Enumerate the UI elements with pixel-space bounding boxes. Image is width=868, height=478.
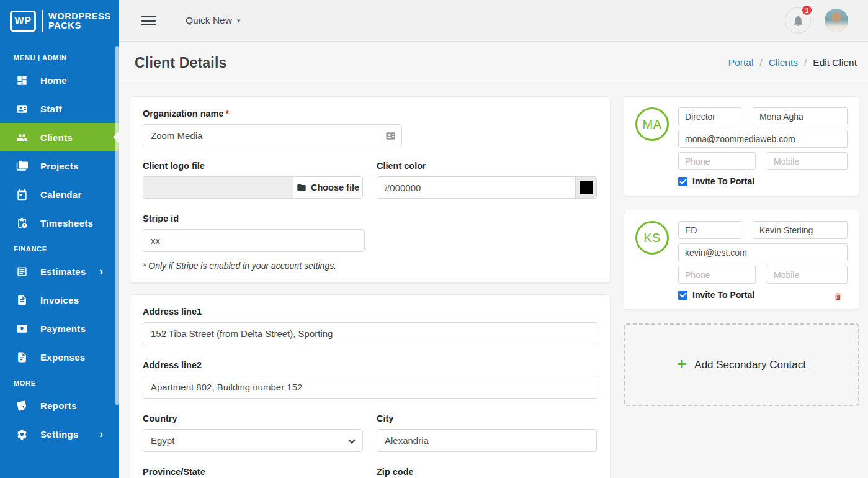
chevron-right-icon: › [99, 266, 103, 277]
breadcrumb: Portal / Clients / Edit Client [728, 57, 857, 68]
sidebar-item-label: Invoices [40, 295, 79, 305]
sidebar-item-label: Estimates [40, 266, 86, 277]
sidebar-item-reports[interactable]: Reports [0, 391, 119, 420]
invite-to-portal-checkbox[interactable] [678, 177, 687, 186]
add-secondary-contact-label: Add Secondary Contact [694, 359, 806, 371]
sidebar-item-label: Timesheets [40, 218, 93, 228]
menu-section-finance: FINANCE [0, 237, 119, 257]
calendar-icon [16, 189, 28, 201]
home-icon [16, 74, 28, 86]
menu-section-more: MORE [0, 371, 119, 391]
settings-gear-icon [16, 428, 28, 440]
color-swatch [580, 181, 593, 194]
contact-email-input[interactable] [678, 243, 848, 261]
breadcrumb-portal-link[interactable]: Portal [728, 57, 754, 68]
active-item-arrow [113, 131, 119, 143]
address-card: Address line1 Address line2 Country Egyp… [130, 294, 611, 478]
sidebar-item-timesheets[interactable]: Timesheets [0, 209, 119, 237]
country-selected-value: Egypt [151, 435, 174, 446]
sidebar-item-calendar[interactable]: Calendar [0, 180, 119, 209]
breadcrumb-clients-link[interactable]: Clients [769, 57, 798, 68]
choose-file-button[interactable]: Choose file [293, 177, 362, 198]
sidebar-item-label: Home [40, 75, 67, 86]
breadcrumb-separator: / [759, 57, 762, 68]
breadcrumb-separator: / [804, 57, 807, 68]
sidebar-item-label: Expenses [40, 352, 85, 363]
sidebar-scrollbar[interactable] [115, 46, 119, 405]
right-column: MA Invite To Portal [624, 96, 859, 406]
reports-icon [16, 400, 28, 412]
client-color-control [377, 176, 597, 199]
page-header: Client Details Portal / Clients / Edit C… [119, 42, 868, 84]
contact-mobile-input[interactable] [767, 266, 848, 284]
contact-initials-avatar: KS [635, 221, 669, 255]
zip-code-label: Zip code [377, 467, 597, 477]
file-input-empty-area [143, 177, 293, 198]
stripe-id-input[interactable] [143, 229, 365, 252]
sidebar-item-invoices[interactable]: Invoices [0, 286, 119, 314]
caret-down-icon: ▾ [237, 17, 241, 25]
sidebar-item-label: Reports [40, 400, 77, 411]
sidebar-item-settings[interactable]: Settings › [0, 420, 119, 448]
contact-title-input[interactable] [678, 107, 741, 125]
city-input[interactable] [377, 429, 597, 452]
sidebar-item-home[interactable]: Home [0, 66, 119, 94]
sidebar-menu: MENU | ADMIN Home Staff Clients [0, 42, 119, 448]
address-line2-input[interactable] [143, 376, 597, 399]
quick-new-dropdown[interactable]: Quick New ▾ [186, 15, 240, 26]
country-select[interactable]: Egypt [143, 429, 363, 452]
hamburger-menu-icon[interactable] [141, 14, 156, 28]
sidebar-item-payments[interactable]: Payments [0, 314, 119, 343]
sidebar-item-label: Projects [40, 161, 79, 171]
address-line1-input[interactable] [143, 322, 597, 345]
invite-to-portal-label: Invite To Portal [692, 290, 754, 300]
required-asterisk: * [226, 109, 230, 119]
sidebar-item-staff[interactable]: Staff [0, 94, 119, 123]
sidebar-item-projects[interactable]: Projects [0, 151, 119, 180]
organization-card: Organization name* Client logo file [130, 96, 611, 283]
sidebar-item-label: Payments [40, 323, 86, 334]
add-secondary-contact-button[interactable]: + Add Secondary Contact [624, 323, 859, 406]
logo-line2: PACKS [48, 21, 110, 30]
expenses-icon [16, 351, 28, 363]
notification-badge: 1 [801, 4, 813, 16]
contact-phone-input[interactable] [678, 266, 756, 284]
menu-section-admin: MENU | ADMIN [0, 46, 119, 66]
topbar: Quick New ▾ 1 [119, 0, 868, 42]
contact-mobile-input[interactable] [767, 152, 848, 170]
client-color-input[interactable] [377, 177, 575, 198]
sidebar-item-label: Clients [40, 132, 73, 143]
sidebar-item-label: Calendar [40, 189, 82, 200]
contact-email-input[interactable] [678, 130, 848, 148]
bell-icon [792, 14, 805, 27]
sidebar-item-estimates[interactable]: Estimates › [0, 257, 119, 286]
projects-icon [16, 160, 28, 172]
color-picker-button[interactable] [575, 177, 596, 198]
sidebar: WP WORDPRESS PACKS MENU | ADMIN Home Sta… [0, 0, 119, 478]
contact-title-input[interactable] [678, 221, 741, 239]
estimates-icon [16, 266, 28, 277]
invite-to-portal-checkbox[interactable] [678, 291, 687, 300]
contact-name-input[interactable] [753, 107, 848, 125]
delete-contact-button[interactable] [833, 292, 843, 302]
sidebar-item-expenses[interactable]: Expenses [0, 343, 119, 371]
sidebar-item-clients[interactable]: Clients [0, 123, 119, 151]
autofill-contact-icon [385, 130, 396, 141]
logo-wp-badge: WP [10, 11, 36, 32]
staff-icon [16, 103, 28, 115]
app-logo[interactable]: WP WORDPRESS PACKS [0, 0, 119, 42]
sidebar-item-label: Staff [40, 104, 62, 114]
primary-contact-card: MA Invite To Portal [624, 96, 859, 196]
user-avatar[interactable] [825, 9, 848, 32]
folder-icon [297, 183, 306, 192]
organization-name-input[interactable] [143, 124, 402, 147]
content-area: Organization name* Client logo file [119, 84, 868, 478]
contact-name-input[interactable] [753, 221, 848, 239]
address-line2-label: Address line2 [143, 360, 597, 370]
logo-text: WORDPRESS PACKS [48, 12, 110, 30]
notifications-button[interactable]: 1 [785, 7, 811, 34]
quick-new-label: Quick New [186, 15, 232, 26]
contact-phone-input[interactable] [678, 152, 756, 170]
choose-file-label: Choose file [311, 183, 359, 192]
client-logo-file-input[interactable]: Choose file [143, 176, 363, 199]
